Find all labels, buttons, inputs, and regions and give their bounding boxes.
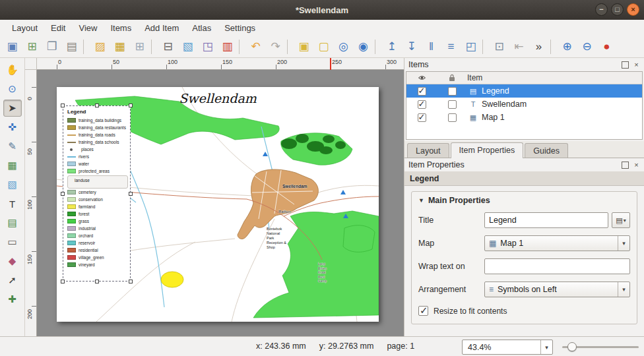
menu-item[interactable]: View <box>72 21 104 35</box>
layout-page[interactable]: Swellendam <box>57 87 379 322</box>
add-label-tool-icon[interactable]: T <box>3 195 22 212</box>
chevron-down-icon[interactable]: ▾ <box>618 236 629 251</box>
legend-item[interactable]: Legend training_data buildings training_… <box>63 105 131 282</box>
resize-items-icon[interactable]: ◰ <box>461 38 480 56</box>
zoom-tool-icon[interactable]: ⊙ <box>3 80 22 98</box>
duplicate-layout-icon[interactable]: ❐ <box>42 38 61 56</box>
export-image-icon[interactable]: ▧ <box>178 38 197 56</box>
lock-checkbox[interactable] <box>448 87 457 96</box>
ruler-label: 200 <box>276 59 287 65</box>
main-properties-header[interactable]: ▼ Main Properties <box>418 196 630 205</box>
visibility-checkbox[interactable] <box>418 113 426 122</box>
chevron-down-icon[interactable]: ▾ <box>618 282 629 297</box>
print-icon[interactable]: ⊟ <box>158 38 177 56</box>
layout-manager-icon[interactable]: ▤ <box>62 38 81 56</box>
add-pages-icon[interactable]: ⊞ <box>130 38 149 56</box>
highlight-ellipse[interactable] <box>161 272 183 287</box>
redo-icon[interactable]: ↷ <box>266 38 285 56</box>
open-icon[interactable]: ▨ <box>90 38 110 56</box>
zoom-slider-thumb[interactable] <box>567 342 577 351</box>
resize-to-fit-checkbox[interactable] <box>418 306 428 316</box>
minimize-button[interactable]: − <box>595 3 608 16</box>
layout-canvas[interactable]: 050100150200250300 050100150200 Swellend… <box>25 58 404 336</box>
menu-item[interactable]: Items <box>104 21 138 35</box>
move-item-content-tool-icon[interactable]: ✜ <box>3 119 22 136</box>
selection-handle[interactable] <box>129 280 133 283</box>
toolbar-overflow-button[interactable]: » <box>529 38 548 56</box>
add-html-tool-icon[interactable]: ✚ <box>3 291 22 308</box>
window-titlebar[interactable]: *Swellendam − □ × <box>0 0 644 20</box>
chevron-down-icon[interactable]: ▾ <box>540 340 552 354</box>
menu-item[interactable]: Layout <box>5 21 44 35</box>
new-layout-icon[interactable]: ⊞ <box>22 38 42 56</box>
zoom-level-combo[interactable]: 43.4% ▾ <box>462 340 553 355</box>
export-pdf-icon[interactable]: ▥ <box>218 38 237 56</box>
zoom-slider[interactable] <box>562 340 639 355</box>
visibility-checkbox[interactable] <box>418 87 426 96</box>
menu-item[interactable]: Settings <box>218 21 262 35</box>
maximize-button[interactable]: □ <box>611 3 624 16</box>
item-row-map[interactable]: ▦ Map 1 <box>406 111 642 124</box>
selection-handle[interactable] <box>95 104 99 107</box>
lower-items-icon[interactable]: ↧ <box>402 38 421 56</box>
legend-entry-label: training_data buildings <box>79 118 121 123</box>
pan-tool-icon[interactable]: ✋ <box>3 61 22 78</box>
zoom-in-icon[interactable]: ⊕ <box>558 38 577 56</box>
selection-handle[interactable] <box>61 280 65 283</box>
align-items-icon[interactable]: ‖ <box>422 38 441 56</box>
lock-checkbox[interactable] <box>448 113 457 122</box>
collapse-triangle-icon[interactable]: ▼ <box>418 197 424 204</box>
add-shape-tool-icon[interactable]: ◆ <box>3 252 22 270</box>
panel-close-icon[interactable]: × <box>633 162 640 169</box>
add-map-tool-icon[interactable]: ▦ <box>3 157 22 174</box>
visibility-checkbox[interactable] <box>418 100 426 109</box>
lock-checkbox[interactable] <box>448 100 457 109</box>
undo-icon[interactable]: ↶ <box>246 38 265 56</box>
add-legend-tool-icon[interactable]: ▤ <box>3 214 22 231</box>
zoom-actual-icon[interactable]: ◉ <box>354 38 373 56</box>
zoom-full-icon[interactable]: ◎ <box>334 38 353 56</box>
ruler-label: 300 <box>385 59 397 65</box>
add-arrow-tool-icon[interactable]: ➚ <box>3 272 22 289</box>
selection-handle[interactable] <box>61 192 65 196</box>
menu-item[interactable]: Edit <box>44 21 72 35</box>
selection-handle[interactable] <box>129 104 133 107</box>
distribute-items-icon[interactable]: ≡ <box>441 38 461 56</box>
wrap-text-input[interactable] <box>484 258 630 274</box>
item-row-legend[interactable]: ▤ Legend <box>406 84 642 98</box>
edit-nodes-tool-icon[interactable]: ✎ <box>3 138 22 155</box>
group-items-icon[interactable]: ⊡ <box>490 38 509 56</box>
red-dot-icon[interactable]: ● <box>597 38 616 56</box>
tab-guides[interactable]: Guides <box>525 143 568 158</box>
add-scalebar-tool-icon[interactable]: ▭ <box>3 233 22 251</box>
menu-item[interactable]: Add Item <box>138 21 185 35</box>
data-defined-override-button[interactable]: ▤ ▾ <box>612 212 630 228</box>
save-layout-icon[interactable]: ▦ <box>110 38 129 56</box>
map-select[interactable]: ▦ Map 1 ▾ <box>484 235 630 251</box>
panel-float-icon[interactable] <box>622 61 629 69</box>
selection-handle[interactable] <box>129 192 133 196</box>
zoom-out-icon[interactable]: ⊖ <box>577 38 596 56</box>
move-back-icon[interactable]: ⇤ <box>509 38 529 56</box>
title-label-item[interactable]: Swellendam <box>57 91 379 105</box>
export-svg-icon[interactable]: ◳ <box>198 38 217 56</box>
panel-close-icon[interactable]: × <box>633 61 640 69</box>
select-move-item-tool-icon[interactable]: ➤ <box>3 100 22 117</box>
arrangement-select[interactable]: ≡ Symbols on Left ▾ <box>484 282 630 297</box>
selection-handle[interactable] <box>95 280 99 283</box>
title-input[interactable]: Legend <box>484 212 608 228</box>
unlock-items-icon[interactable]: ▢ <box>314 38 333 56</box>
close-button[interactable]: × <box>627 3 639 16</box>
save-project-icon[interactable]: ▣ <box>3 38 22 56</box>
tab-layout[interactable]: Layout <box>407 143 449 158</box>
tab-item-properties[interactable]: Item Properties <box>451 142 524 158</box>
lock-items-icon[interactable]: ▣ <box>294 38 313 56</box>
add-picture-tool-icon[interactable]: ▧ <box>3 176 22 193</box>
selection-handle[interactable] <box>61 104 65 107</box>
menu-item[interactable]: Atlas <box>185 21 218 35</box>
panel-float-icon[interactable] <box>622 162 629 169</box>
raise-items-icon[interactable]: ↥ <box>382 38 401 56</box>
item-row-title[interactable]: T Swellendam <box>406 98 642 111</box>
menubar: LayoutEditViewItemsAdd ItemAtlasSettings <box>0 20 644 36</box>
layout-viewport[interactable]: Swellendam <box>37 70 404 336</box>
